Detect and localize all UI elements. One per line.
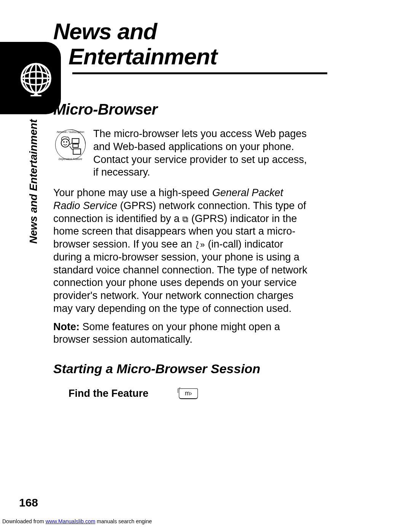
side-tab-label: News and Entertainment xyxy=(27,119,40,244)
footer-suffix: manuals search engine xyxy=(95,518,152,524)
menu-softkey-icon: m› xyxy=(179,388,198,399)
svg-text:Network / Subscription: Network / Subscription xyxy=(57,130,84,134)
svg-rect-14 xyxy=(73,144,78,147)
svg-rect-13 xyxy=(72,139,79,144)
network-feature-badge: Network / Subscription Dependent Feature xyxy=(53,128,88,162)
footer-link[interactable]: www.Manualslib.com xyxy=(46,518,96,524)
svg-line-17 xyxy=(70,143,72,145)
gprs-indicator-icon: ⧉ xyxy=(182,215,188,225)
title-divider xyxy=(72,72,327,74)
svg-line-18 xyxy=(70,147,72,150)
footer-prefix: Downloaded from xyxy=(2,518,46,524)
svg-text:Dependent Feature: Dependent Feature xyxy=(59,157,82,161)
note-paragraph: Note: Some features on your phone might … xyxy=(53,321,312,347)
globe-icon xyxy=(18,60,54,96)
svg-point-10 xyxy=(61,139,70,147)
find-feature-row: Find the Feature m› xyxy=(68,388,312,399)
subsection-heading: Starting a Micro-Browser Session xyxy=(53,361,312,376)
page-number: 168 xyxy=(19,496,38,509)
intro-paragraph: The micro-browser lets you access Web pa… xyxy=(93,128,312,179)
download-footer: Downloaded from www.Manualslib.com manua… xyxy=(0,518,152,524)
chapter-title-line1: News and xyxy=(53,19,157,44)
svg-rect-15 xyxy=(73,149,81,154)
note-text: Some features on your phone might open a… xyxy=(53,321,280,345)
svg-point-11 xyxy=(63,141,65,143)
para2-a: Your phone may use a high-speed xyxy=(53,187,212,198)
chapter-title: News and Entertainment xyxy=(53,19,392,69)
note-label: Note: xyxy=(53,321,80,332)
chapter-tab xyxy=(0,42,61,114)
chapter-title-line2: Entertainment xyxy=(68,44,392,69)
svg-point-12 xyxy=(66,141,67,143)
incall-indicator-icon: ⟅» xyxy=(195,240,205,251)
gprs-paragraph: Your phone may use a high-speed General … xyxy=(53,187,312,315)
section-heading: Micro-Browser xyxy=(53,101,312,118)
find-feature-label: Find the Feature xyxy=(68,388,148,399)
